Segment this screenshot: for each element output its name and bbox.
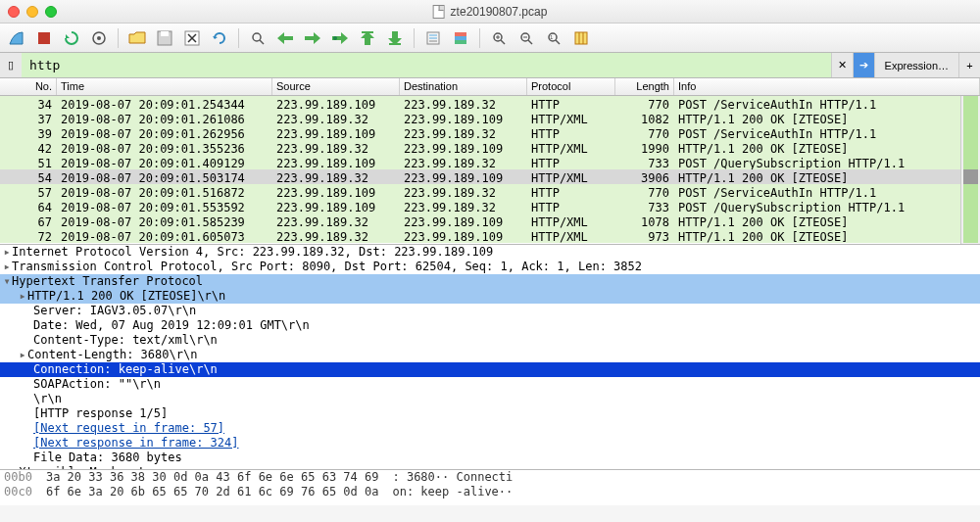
svg-rect-10 — [389, 43, 401, 45]
window-titlebar: zte20190807.pcap — [0, 0, 980, 24]
detail-content-type[interactable]: Content-Type: text/xml\r\n — [0, 333, 980, 348]
detail-file-data[interactable]: File Data: 3680 bytes — [0, 451, 980, 465]
detail-server[interactable]: Server: IAGV3.05.07\r\n — [0, 304, 980, 318]
svg-rect-17 — [455, 40, 466, 44]
save-file-icon[interactable] — [152, 26, 177, 50]
svg-line-7 — [260, 40, 264, 44]
hex-offset: 00c0 — [4, 485, 32, 499]
col-time[interactable]: Time — [57, 78, 272, 95]
svg-rect-28 — [575, 32, 587, 44]
detail-ip[interactable]: ▸Internet Protocol Version 4, Src: 223.9… — [0, 245, 980, 260]
packet-list-pane[interactable]: No. Time Source Destination Protocol Len… — [0, 78, 980, 245]
detail-tcp[interactable]: ▸Transmission Control Protocol, Src Port… — [0, 260, 980, 274]
expression-button[interactable]: Expression… — [874, 53, 958, 77]
packet-row[interactable]: 342019-08-07 20:09:01.254344223.99.189.1… — [0, 96, 980, 111]
detail-connection[interactable]: Connection: keep-alive\r\n — [0, 362, 980, 377]
main-toolbar: 1 — [0, 24, 980, 53]
hex-offset: 00b0 — [4, 470, 32, 485]
restart-capture-icon[interactable] — [59, 26, 84, 50]
window-controls[interactable] — [8, 6, 57, 18]
hex-ascii: on: keep -alive·· — [392, 485, 513, 499]
find-icon[interactable] — [245, 26, 270, 50]
svg-point-6 — [253, 33, 261, 41]
packet-list-header: No. Time Source Destination Protocol Len… — [0, 78, 980, 96]
svg-line-19 — [501, 40, 505, 44]
col-source[interactable]: Source — [272, 78, 400, 95]
detail-next-request[interactable]: [Next request in frame: 57] — [0, 421, 980, 436]
svg-text:1: 1 — [550, 34, 554, 40]
resize-columns-icon[interactable] — [568, 26, 594, 50]
packet-row[interactable]: 642019-08-07 20:09:01.553592223.99.189.1… — [0, 199, 980, 214]
clear-filter-button[interactable]: ✕ — [831, 53, 853, 77]
capture-options-icon[interactable] — [86, 26, 112, 50]
document-icon — [433, 5, 445, 19]
svg-rect-4 — [161, 31, 169, 36]
detail-next-response[interactable]: [Next response in frame: 324] — [0, 436, 980, 451]
display-filter-input[interactable] — [22, 53, 831, 77]
col-protocol[interactable]: Protocol — [527, 78, 615, 95]
detail-response-count[interactable]: [HTTP response 1/5] — [0, 406, 980, 421]
col-destination[interactable]: Destination — [400, 78, 527, 95]
close-file-icon[interactable] — [179, 26, 205, 50]
zoom-reset-icon[interactable]: 1 — [541, 26, 566, 50]
add-filter-button[interactable]: + — [958, 53, 980, 77]
go-first-icon[interactable] — [355, 26, 380, 50]
svg-point-2 — [97, 36, 101, 40]
display-filter-bar: ▯ ✕ ➔ Expression… + — [0, 53, 980, 78]
packet-row[interactable]: 672019-08-07 20:09:01.585239223.99.189.3… — [0, 214, 980, 228]
go-forward-icon[interactable] — [300, 26, 325, 50]
packet-row[interactable]: 542019-08-07 20:09:01.503174223.99.189.3… — [0, 169, 980, 184]
svg-line-23 — [528, 40, 532, 44]
window-title-text: zte20190807.pcap — [451, 5, 548, 19]
go-to-packet-icon[interactable] — [327, 26, 353, 50]
zoom-out-icon[interactable] — [514, 26, 539, 50]
open-file-icon[interactable] — [124, 26, 150, 50]
go-last-icon[interactable] — [382, 26, 408, 50]
zoom-icon[interactable] — [45, 6, 57, 18]
col-info[interactable]: Info — [674, 78, 980, 95]
packet-row[interactable]: 422019-08-07 20:09:01.355236223.99.189.3… — [0, 140, 980, 155]
window-title: zte20190807.pcap — [433, 5, 548, 19]
packet-bytes-pane[interactable]: 00b0 3a 20 33 36 38 30 0d 0a 43 6f 6e 6e… — [0, 470, 980, 505]
hex-bytes: 6f 6e 3a 20 6b 65 65 70 2d 61 6c 69 76 6… — [46, 485, 379, 499]
zoom-in-icon[interactable] — [486, 26, 512, 50]
svg-line-26 — [556, 40, 560, 44]
packet-scrollbar[interactable] — [960, 96, 980, 244]
hex-row[interactable]: 00b0 3a 20 33 36 38 30 0d 0a 43 6f 6e 6e… — [0, 470, 980, 485]
svg-point-8 — [333, 36, 337, 40]
svg-rect-0 — [38, 32, 50, 44]
svg-rect-15 — [455, 32, 466, 36]
detail-date[interactable]: Date: Wed, 07 Aug 2019 12:09:01 GMT\r\n — [0, 318, 980, 333]
packet-row[interactable]: 372019-08-07 20:09:01.261086223.99.189.3… — [0, 111, 980, 125]
svg-rect-16 — [455, 36, 466, 40]
colorize-icon[interactable] — [448, 26, 473, 50]
go-back-icon[interactable] — [272, 26, 298, 50]
detail-http[interactable]: ▾Hypertext Transfer Protocol — [0, 274, 980, 289]
stop-capture-icon[interactable] — [31, 26, 57, 50]
minimize-icon[interactable] — [26, 6, 38, 18]
shark-fin-icon[interactable] — [4, 26, 29, 50]
packet-row[interactable]: 572019-08-07 20:09:01.516872223.99.189.1… — [0, 184, 980, 199]
hex-row[interactable]: 00c0 6f 6e 3a 20 6b 65 65 70 2d 61 6c 69… — [0, 485, 980, 499]
detail-crlf[interactable]: \r\n — [0, 392, 980, 406]
apply-filter-button[interactable]: ➔ — [853, 53, 874, 77]
packet-row[interactable]: 392019-08-07 20:09:01.262956223.99.189.1… — [0, 125, 980, 140]
packet-row[interactable]: 512019-08-07 20:09:01.409129223.99.189.1… — [0, 155, 980, 169]
svg-rect-9 — [362, 31, 373, 33]
detail-content-length[interactable]: ▸Content-Length: 3680\r\n — [0, 348, 980, 362]
hex-ascii: : 3680·· Connecti — [392, 470, 513, 485]
col-no[interactable]: No. — [0, 78, 57, 95]
packet-row[interactable]: 722019-08-07 20:09:01.605073223.99.189.3… — [0, 228, 980, 243]
close-icon[interactable] — [8, 6, 20, 18]
detail-http-status[interactable]: ▸HTTP/1.1 200 OK [ZTEOSE]\r\n — [0, 289, 980, 304]
hex-bytes: 3a 20 33 36 38 30 0d 0a 43 6f 6e 6e 65 6… — [46, 470, 379, 485]
bookmark-filter-icon[interactable]: ▯ — [0, 53, 22, 77]
packet-details-pane[interactable]: ▸Internet Protocol Version 4, Src: 223.9… — [0, 245, 980, 470]
autoscroll-icon[interactable] — [420, 26, 446, 50]
col-length[interactable]: Length — [615, 78, 674, 95]
reload-icon[interactable] — [207, 26, 232, 50]
detail-soapaction[interactable]: SOAPAction: ""\r\n — [0, 377, 980, 392]
